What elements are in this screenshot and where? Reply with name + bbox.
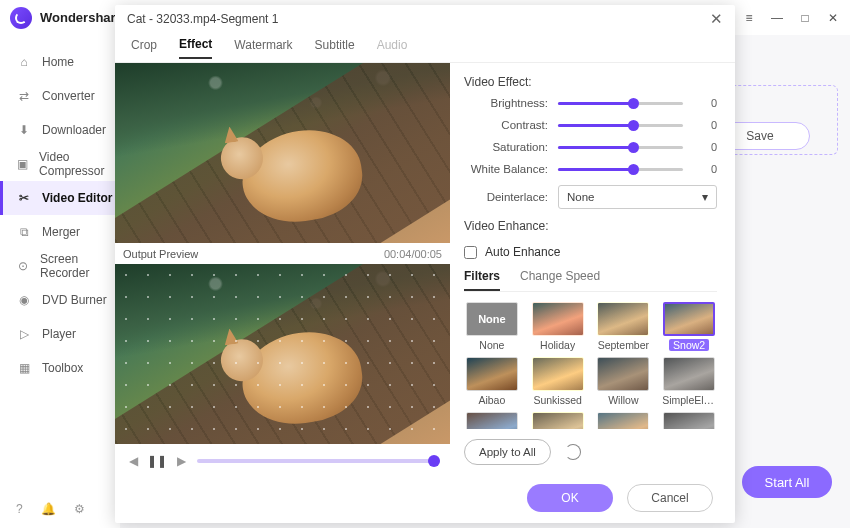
brightness-slider[interactable] [558, 102, 683, 105]
tab-crop[interactable]: Crop [131, 38, 157, 58]
home-icon: ⌂ [16, 54, 32, 70]
filter-thumb [597, 412, 649, 429]
filter-unnamed[interactable] [596, 412, 652, 429]
filter-unnamed[interactable] [661, 412, 717, 429]
timeline-slider[interactable] [197, 459, 440, 463]
app-logo-icon [10, 7, 32, 29]
filter-thumb [663, 357, 715, 391]
sidebar-item-label: Video Compressor [39, 150, 120, 178]
auto-enhance-label: Auto Enhance [485, 245, 560, 259]
tab-subtitle[interactable]: Subtitle [315, 38, 355, 58]
maximize-icon[interactable]: □ [798, 11, 812, 25]
filter-name: SimpleElegance [662, 394, 716, 406]
scissors-icon: ✂ [16, 190, 32, 206]
filter-simpleelegance[interactable]: SimpleElegance [661, 357, 717, 406]
sidebar-item-downloader[interactable]: ⬇Downloader [0, 113, 120, 147]
filter-thumb [532, 357, 584, 391]
settings-icon[interactable]: ⚙ [74, 502, 85, 516]
filter-thumb [466, 412, 518, 429]
sidebar-item-toolbox[interactable]: ▦Toolbox [0, 351, 120, 385]
sidebar-item-video-editor[interactable]: ✂Video Editor [0, 181, 120, 215]
filter-name: Aibao [478, 394, 505, 406]
filter-september[interactable]: September [596, 302, 652, 351]
convert-icon: ⇄ [16, 88, 32, 104]
hamburger-icon[interactable]: ≡ [742, 11, 756, 25]
start-all-button[interactable]: Start All [742, 466, 832, 498]
dialog-close-icon[interactable]: ✕ [710, 10, 723, 28]
cancel-button[interactable]: Cancel [627, 484, 713, 512]
sidebar-item-converter[interactable]: ⇄Converter [0, 79, 120, 113]
contrast-value: 0 [693, 119, 717, 131]
output-preview [115, 264, 450, 444]
tab-watermark[interactable]: Watermark [234, 38, 292, 58]
sidebar-item-label: Home [42, 55, 74, 69]
original-preview [115, 63, 450, 243]
filter-unnamed[interactable] [464, 412, 520, 429]
pause-icon[interactable]: ❚❚ [149, 453, 165, 469]
filter-holiday[interactable]: Holiday [530, 302, 586, 351]
disc-icon: ◉ [16, 292, 32, 308]
next-icon[interactable]: ▶ [173, 453, 189, 469]
deinterlace-select[interactable]: None ▾ [558, 185, 717, 209]
filter-unnamed[interactable] [530, 412, 586, 429]
sidebar-item-label: Converter [42, 89, 95, 103]
grid-icon: ▦ [16, 360, 32, 376]
filter-sunkissed[interactable]: Sunkissed [530, 357, 586, 406]
prev-icon[interactable]: ◀ [125, 453, 141, 469]
filter-thumb [597, 302, 649, 336]
sidebar-item-home[interactable]: ⌂Home [0, 45, 120, 79]
sidebar-item-screen-recorder[interactable]: ⊙Screen Recorder [0, 249, 120, 283]
filter-name: Snow2 [669, 339, 709, 351]
time-display: 00:04/00:05 [384, 248, 442, 260]
subtabs: FiltersChange Speed [464, 269, 717, 292]
filter-thumb [532, 302, 584, 336]
filter-thumb [663, 302, 715, 336]
deinterlace-value: None [567, 191, 595, 203]
effect-panel: Video Effect: Brightness: 0Contrast: 0Sa… [450, 63, 735, 473]
contrast-slider[interactable] [558, 124, 683, 127]
refresh-icon[interactable] [565, 444, 581, 460]
auto-enhance-checkbox[interactable] [464, 246, 477, 259]
tab-audio: Audio [377, 38, 408, 58]
window-controls: ≡ — □ ✕ [742, 11, 840, 25]
preview-column: Output Preview 00:04/00:05 ◀ ❚❚ ▶ [115, 63, 450, 473]
player-controls: ◀ ❚❚ ▶ [115, 448, 450, 473]
merge-icon: ⧉ [16, 224, 32, 240]
subtab-filters[interactable]: Filters [464, 269, 500, 291]
saturation-slider[interactable] [558, 146, 683, 149]
sidebar-item-label: Merger [42, 225, 80, 239]
filter-willow[interactable]: Willow [596, 357, 652, 406]
sidebar-item-video-compressor[interactable]: ▣Video Compressor [0, 147, 120, 181]
dialog-tabs: CropEffectWatermarkSubtitleAudio [115, 33, 735, 63]
deinterlace-label: Deinterlace: [464, 191, 548, 203]
sidebar-item-label: Downloader [42, 123, 106, 137]
app-title: Wondershare [40, 10, 123, 25]
filter-snow2[interactable]: Snow2 [661, 302, 717, 351]
filter-thumb [532, 412, 584, 429]
sidebar-item-merger[interactable]: ⧉Merger [0, 215, 120, 249]
minimize-icon[interactable]: — [770, 11, 784, 25]
bell-icon[interactable]: 🔔 [41, 502, 56, 516]
sidebar-item-label: Toolbox [42, 361, 83, 375]
help-icon[interactable]: ? [16, 502, 23, 516]
sidebar-item-dvd-burner[interactable]: ◉DVD Burner [0, 283, 120, 317]
preview-label-row: Output Preview 00:04/00:05 [115, 243, 450, 264]
close-icon[interactable]: ✕ [826, 11, 840, 25]
sidebar-footer: ? 🔔 ⚙ [0, 490, 120, 528]
output-preview-label: Output Preview [123, 248, 198, 260]
ok-button[interactable]: OK [527, 484, 613, 512]
compress-icon: ▣ [16, 156, 29, 172]
filter-aibao[interactable]: Aibao [464, 357, 520, 406]
saturation-value: 0 [693, 141, 717, 153]
filter-name: None [479, 339, 504, 351]
play-icon: ▷ [16, 326, 32, 342]
white_balance-slider[interactable] [558, 168, 683, 171]
apply-to-all-button[interactable]: Apply to All [464, 439, 551, 465]
filter-none[interactable]: NoneNone [464, 302, 520, 351]
video-enhance-title: Video Enhance: [464, 219, 717, 233]
sidebar-item-player[interactable]: ▷Player [0, 317, 120, 351]
subtab-change-speed[interactable]: Change Speed [520, 269, 600, 291]
white_balance-value: 0 [693, 163, 717, 175]
tab-effect[interactable]: Effect [179, 37, 212, 59]
sidebar-item-label: Video Editor [42, 191, 112, 205]
